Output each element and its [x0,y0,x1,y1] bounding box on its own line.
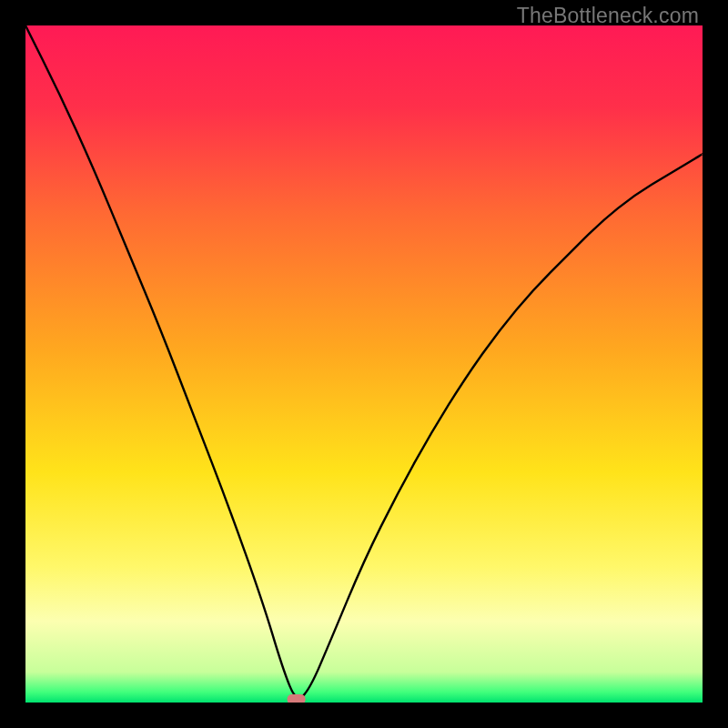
chart-curve-layer [25,25,703,703]
chart-frame: TheBottleneck.com [0,0,728,728]
watermark-text: TheBottleneck.com [517,4,699,28]
optimum-marker [288,694,306,703]
plot-area [25,25,703,703]
bottleneck-curve [25,25,703,698]
